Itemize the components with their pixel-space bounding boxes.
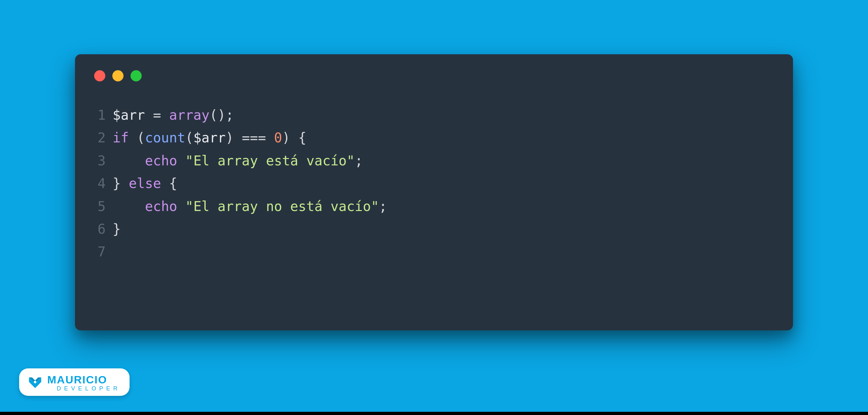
code-line: 5 echo "El array no está vacío";: [91, 195, 777, 218]
close-icon[interactable]: [94, 70, 105, 81]
brand-badge: MAURICIO DEVELOPER: [19, 368, 130, 396]
code-window: 1$arr = array();2if (count($arr) === 0) …: [75, 54, 793, 330]
line-content: } else {: [113, 172, 177, 195]
brand-logo-icon: [27, 375, 43, 390]
code-line: 3 echo "El array está vacío";: [91, 149, 777, 172]
line-number: 7: [91, 240, 105, 263]
line-number: 6: [91, 218, 105, 240]
bottom-bar: [0, 412, 868, 415]
line-content: }: [113, 218, 121, 240]
code-line: 1$arr = array();: [91, 104, 777, 126]
code-line: 4} else {: [91, 172, 777, 195]
maximize-icon[interactable]: [130, 70, 142, 81]
line-content: $arr = array();: [113, 104, 234, 126]
line-number: 3: [91, 149, 105, 172]
code-line: 2if (count($arr) === 0) {: [91, 126, 777, 149]
line-number: 2: [91, 126, 105, 149]
line-number: 4: [91, 172, 105, 195]
code-line: 7: [91, 240, 777, 263]
code-line: 6}: [91, 218, 777, 240]
traffic-lights: [94, 70, 777, 81]
minimize-icon[interactable]: [112, 70, 124, 81]
brand-subtitle: DEVELOPER: [57, 386, 121, 391]
line-content: echo "El array no está vacío";: [113, 195, 387, 218]
brand-text: MAURICIO DEVELOPER: [47, 374, 121, 391]
line-content: if (count($arr) === 0) {: [113, 126, 306, 149]
line-number: 1: [91, 104, 105, 126]
line-content: echo "El array está vacío";: [113, 149, 363, 172]
brand-title: MAURICIO: [47, 374, 121, 385]
line-number: 5: [91, 195, 105, 218]
code-block: 1$arr = array();2if (count($arr) === 0) …: [91, 104, 777, 263]
